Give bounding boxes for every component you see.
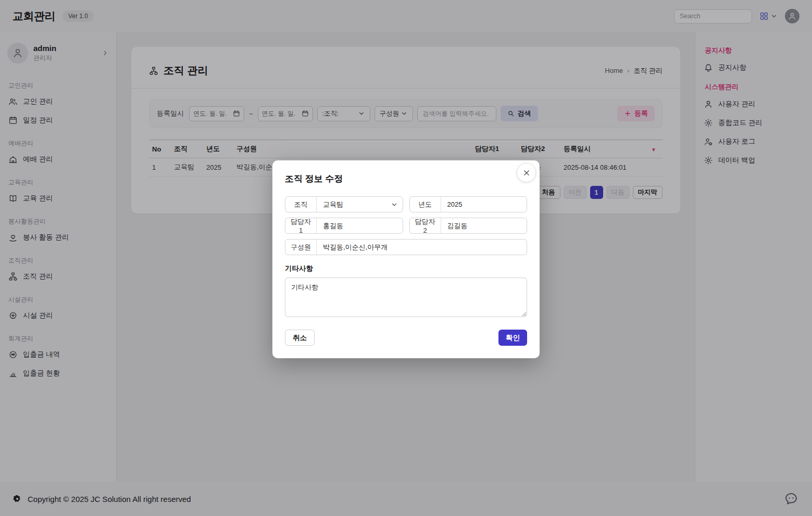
manager1-input[interactable]: [317, 218, 403, 233]
cancel-button[interactable]: 취소: [285, 330, 315, 346]
modal-actions: 취소 확인: [285, 330, 527, 346]
org-select-value: 교육팀: [323, 200, 343, 209]
members-field-label: 구성원: [285, 240, 317, 255]
edit-org-modal: 조직 정보 수정 조직 교육팀 년도 담당자1 담당자2: [272, 160, 540, 358]
modal-title: 조직 정보 수정: [285, 173, 527, 185]
year-field-label: 년도: [410, 197, 441, 212]
manager1-field-group: 담당자1: [285, 218, 403, 234]
members-field-group: 구성원: [285, 239, 527, 255]
year-input[interactable]: [441, 197, 528, 212]
manager2-field-group: 담당자2: [409, 218, 528, 234]
manager2-field-label: 담당자2: [410, 218, 441, 233]
manager2-input[interactable]: [441, 218, 528, 233]
org-field-label: 조직: [285, 197, 317, 212]
confirm-button[interactable]: 확인: [498, 330, 527, 346]
notes-label: 기타사항: [285, 264, 527, 273]
notes-textarea[interactable]: 기타사항: [285, 278, 527, 317]
modal-form: 조직 교육팀 년도 담당자1 담당자2 구성원: [285, 196, 527, 255]
org-select[interactable]: 교육팀: [317, 197, 403, 212]
members-input[interactable]: [317, 240, 527, 255]
close-icon: [522, 168, 531, 178]
manager1-field-label: 담당자1: [285, 218, 317, 233]
modal-close-button[interactable]: [517, 163, 536, 182]
org-field-group: 조직 교육팀: [285, 196, 403, 212]
year-field-group: 년도: [409, 196, 528, 212]
chevron-down-icon: [391, 201, 398, 208]
